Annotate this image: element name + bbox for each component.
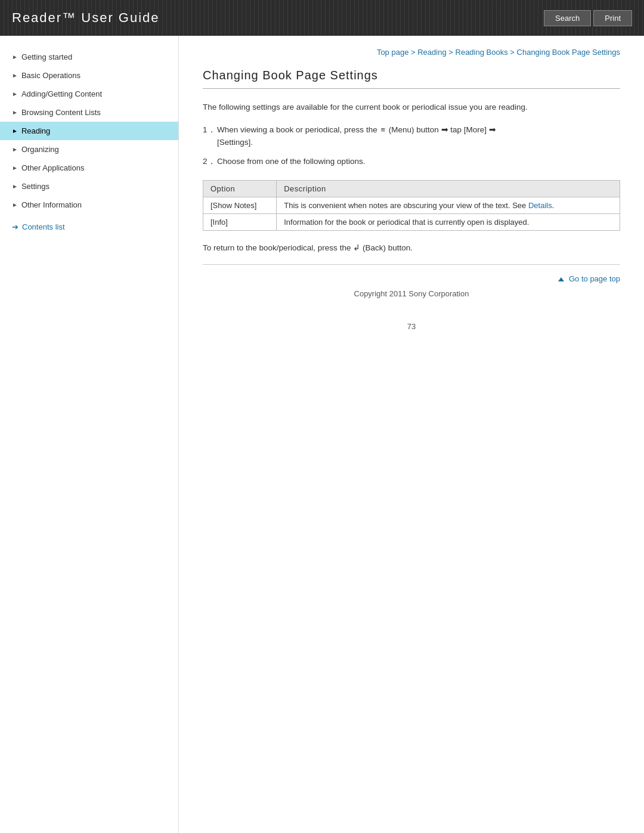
go-to-top-link[interactable]: Go to page top <box>558 274 620 283</box>
chevron-right-icon: ► <box>12 109 18 116</box>
breadcrumb-top-page[interactable]: Top page <box>377 48 409 57</box>
col-header-description: Description <box>277 180 620 197</box>
breadcrumb-changing-book-page-settings[interactable]: Changing Book Page Settings <box>517 48 620 57</box>
chevron-right-icon: ► <box>12 165 18 171</box>
sidebar-item-basic-operations[interactable]: ► Basic Operations <box>0 66 178 85</box>
breadcrumb: Top page > Reading > Reading Books > Cha… <box>203 48 620 57</box>
copyright-text: Copyright 2011 Sony Corporation <box>203 289 620 298</box>
sidebar-item-other-information[interactable]: ► Other Information <box>0 196 178 214</box>
menu-icon: ≡ <box>380 124 385 137</box>
chevron-right-icon: ► <box>12 91 18 97</box>
sidebar-item-reading[interactable]: ► Reading <box>0 122 178 140</box>
back-text: To return to the book/periodical, press … <box>203 243 620 252</box>
arrow-right-icon: ➔ <box>12 222 18 231</box>
sidebar-item-getting-started[interactable]: ► Getting started <box>0 48 178 66</box>
chevron-right-icon: ► <box>12 202 18 208</box>
go-to-top: Go to page top <box>203 264 620 283</box>
back-icon: ↲ <box>353 243 360 252</box>
app-title: Reader™ User Guide <box>12 10 160 26</box>
contents-list-link[interactable]: ➔ Contents list <box>0 216 178 237</box>
col-header-option: Option <box>203 180 277 197</box>
breadcrumb-reading-books[interactable]: Reading Books <box>456 48 508 57</box>
page-number: 73 <box>203 322 620 331</box>
step-1: 1． When viewing a book or periodical, pr… <box>203 123 620 149</box>
details-link[interactable]: Details <box>528 201 552 210</box>
header-buttons: Search Print <box>544 10 632 26</box>
sidebar-item-browsing-content-lists[interactable]: ► Browsing Content Lists <box>0 103 178 122</box>
chevron-right-icon: ► <box>12 146 18 153</box>
option-show-notes: [Show Notes] <box>203 197 277 213</box>
breadcrumb-reading[interactable]: Reading <box>417 48 446 57</box>
page-title: Changing Book Page Settings <box>203 69 620 89</box>
header: Reader™ User Guide Search Print <box>0 0 644 36</box>
sidebar: ► Getting started ► Basic Operations ► A… <box>0 36 179 833</box>
description-info: Information for the book or periodical t… <box>277 213 620 230</box>
step-2: 2． Choose from one of the following opti… <box>203 155 620 168</box>
chevron-right-icon: ► <box>12 54 18 60</box>
search-button[interactable]: Search <box>544 10 591 26</box>
print-button[interactable]: Print <box>593 10 632 26</box>
table-row: [Info] Information for the book or perio… <box>203 213 620 230</box>
chevron-right-icon: ► <box>12 128 18 134</box>
options-table: Option Description [Show Notes] This is … <box>203 180 620 231</box>
description-show-notes: This is convenient when notes are obscur… <box>277 197 620 213</box>
chevron-right-icon: ► <box>12 183 18 190</box>
sidebar-item-other-applications[interactable]: ► Other Applications <box>0 159 178 177</box>
sidebar-item-adding-getting-content[interactable]: ► Adding/Getting Content <box>0 85 178 103</box>
sidebar-item-organizing[interactable]: ► Organizing <box>0 140 178 159</box>
intro-text: The following settings are available for… <box>203 101 620 114</box>
divider <box>203 264 620 265</box>
table-row: [Show Notes] This is convenient when not… <box>203 197 620 213</box>
layout: ► Getting started ► Basic Operations ► A… <box>0 36 644 833</box>
main-content: Top page > Reading > Reading Books > Cha… <box>179 36 644 833</box>
option-info: [Info] <box>203 213 277 230</box>
chevron-right-icon: ► <box>12 72 18 79</box>
sidebar-item-settings[interactable]: ► Settings <box>0 177 178 196</box>
triangle-up-icon <box>558 277 564 281</box>
